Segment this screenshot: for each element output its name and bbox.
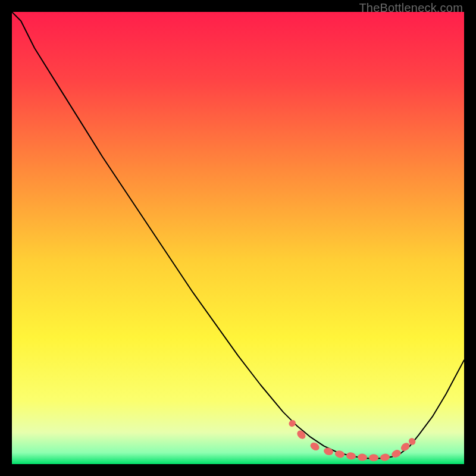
bottleneck-chart: [12, 12, 464, 464]
optimum-marker: [369, 454, 378, 461]
chart-frame: TheBottleneck.com: [0, 0, 476, 476]
plot-area: [12, 12, 464, 464]
gradient-background: [12, 12, 464, 464]
